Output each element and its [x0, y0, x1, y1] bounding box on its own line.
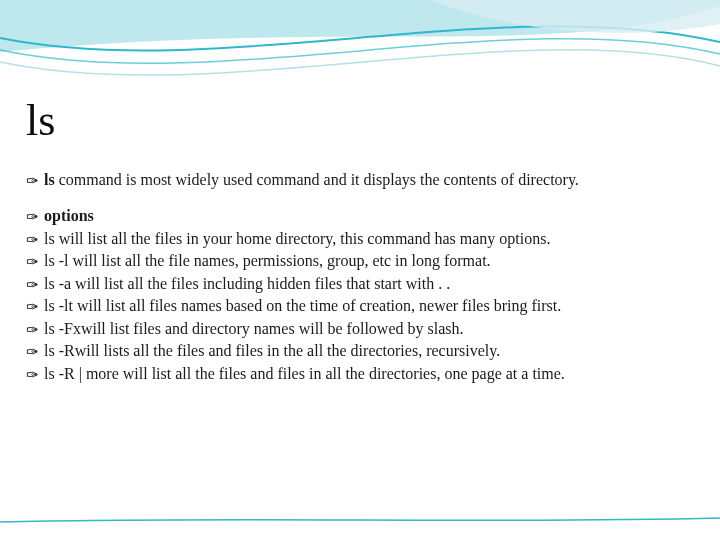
bullet-text: ls -Rwill lists all the files and files … — [44, 342, 500, 359]
bullet-text: ls -l will list all the file names, perm… — [44, 252, 491, 269]
bullet-icon: ✑ — [26, 231, 39, 250]
slide-title: ls — [26, 95, 55, 146]
bullet-text: ls -R | more will list all the files and… — [44, 365, 565, 382]
bullet-item: ✑ ls -R | more will list all the files a… — [26, 364, 694, 384]
bullet-item: ✑ ls -Rwill lists all the files and file… — [26, 341, 694, 361]
bullet-item: ✑ ls -l will list all the file names, pe… — [26, 251, 694, 271]
bullet-icon: ✑ — [26, 208, 39, 227]
bullet-icon: ✑ — [26, 172, 39, 191]
slide-body: ✑ ls command is most widely used command… — [26, 170, 694, 386]
bullet-item: ✑ options — [26, 206, 694, 226]
bullet-item: ✑ ls -a will list all the files includin… — [26, 274, 694, 294]
bullet-icon: ✑ — [26, 276, 39, 295]
bullet-text: ls command is most widely used command a… — [44, 171, 579, 188]
bullet-icon: ✑ — [26, 321, 39, 340]
bullet-icon: ✑ — [26, 343, 39, 362]
bullet-text: ls -Fxwill list files and directory name… — [44, 320, 464, 337]
bullet-item: ✑ ls will list all the files in your hom… — [26, 229, 694, 249]
bullet-item: ✑ ls -lt will list all files names based… — [26, 296, 694, 316]
bullet-icon: ✑ — [26, 253, 39, 272]
bullet-item: ✑ ls -Fxwill list files and directory na… — [26, 319, 694, 339]
top-swoosh-decoration — [0, 0, 720, 120]
bullet-text: ls will list all the files in your home … — [44, 230, 550, 247]
bullet-icon: ✑ — [26, 298, 39, 317]
bullet-text: ls -a will list all the files including … — [44, 275, 450, 292]
bullet-icon: ✑ — [26, 366, 39, 385]
bullet-item: ✑ ls command is most widely used command… — [26, 170, 694, 190]
bullet-text: options — [44, 207, 94, 224]
bottom-line-decoration — [0, 516, 720, 524]
bullet-text: ls -lt will list all files names based o… — [44, 297, 561, 314]
